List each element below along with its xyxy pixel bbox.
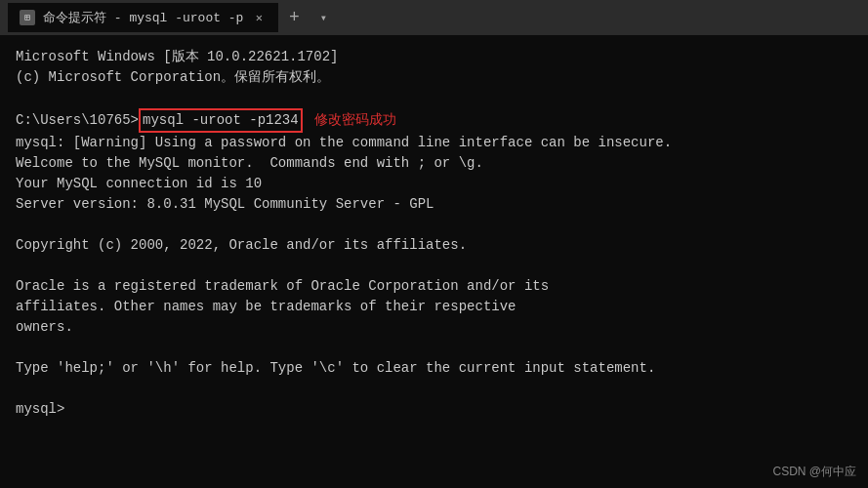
terminal-line-4: mysql: [Warning] Using a password on the… [16, 133, 852, 153]
empty-line-2 [16, 215, 852, 235]
active-tab[interactable]: ⊞ 命令提示符 - mysql -uroot -p ✕ [8, 3, 278, 32]
empty-line-3 [16, 256, 852, 276]
terminal-line-2: (c) Microsoft Corporation。保留所有权利。 [16, 67, 852, 88]
prompt-path: C:\Users\10765> [16, 110, 139, 131]
terminal-line-3: C:\Users\10765>mysql -uroot -p1234修改密码成功 [16, 108, 852, 133]
terminal-body[interactable]: Microsoft Windows [版本 10.0.22621.1702] (… [0, 35, 868, 488]
tab-area: ⊞ 命令提示符 - mysql -uroot -p ✕ + ▾ [8, 0, 868, 35]
terminal-line-9: Copyright (c) 2000, 2022, Oracle and/or … [16, 235, 852, 256]
new-tab-button[interactable]: + [278, 0, 310, 35]
terminal-line-7: Server version: 8.0.31 MySQL Community S… [16, 194, 852, 215]
empty-line-4 [16, 338, 852, 358]
terminal-line-6: Your MySQL connection id is 10 [16, 174, 852, 194]
tab-label: 命令提示符 - mysql -uroot -p [43, 9, 243, 26]
dropdown-button[interactable]: ▾ [310, 0, 337, 35]
watermark: CSDN @何中应 [772, 463, 856, 480]
terminal-line-1: Microsoft Windows [版本 10.0.22621.1702] [16, 47, 852, 67]
terminal-line-15: Type 'help;' or '\h' for help. Type '\c'… [16, 358, 852, 379]
terminal-line-12: affiliates. Other names may be trademark… [16, 297, 852, 317]
empty-line-5 [16, 379, 852, 399]
tab-close-button[interactable]: ✕ [251, 10, 267, 25]
terminal-line-5: Welcome to the MySQL monitor. Commands e… [16, 153, 852, 174]
empty-line-1 [16, 88, 852, 108]
tab-icon: ⊞ [20, 10, 35, 25]
prompt-cmd: mysql -uroot -p1234 [139, 108, 303, 133]
terminal-line-11: Oracle is a registered trademark of Orac… [16, 276, 852, 297]
terminal-window: ⊞ 命令提示符 - mysql -uroot -p ✕ + ▾ Microsof… [0, 0, 868, 488]
titlebar: ⊞ 命令提示符 - mysql -uroot -p ✕ + ▾ [0, 0, 868, 35]
terminal-line-17: mysql> [16, 399, 852, 420]
annotation-text: 修改密码成功 [314, 110, 396, 131]
terminal-line-13: owners. [16, 317, 852, 338]
